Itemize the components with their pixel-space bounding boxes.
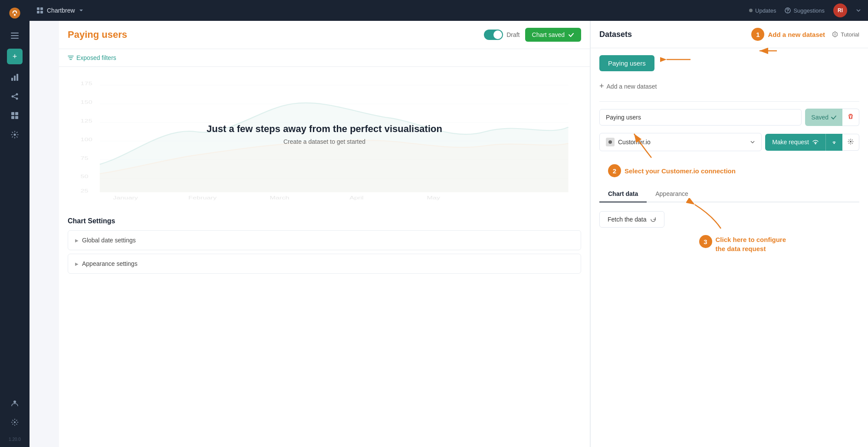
- wifi-split-icon: [831, 139, 837, 145]
- app-logo[interactable]: [7, 5, 23, 21]
- sidebar: +: [0, 0, 30, 447]
- team-settings-icon[interactable]: [7, 414, 23, 430]
- chart-area: 175 150 125 100 75 50 25: [59, 67, 590, 210]
- datasets-header: Datasets 1 Add a new dataset: [591, 21, 868, 48]
- header-actions: Draft Chart saved: [484, 28, 581, 42]
- appearance-settings-section: ▶ Appearance settings: [68, 254, 581, 274]
- svg-rect-22: [37, 11, 39, 13]
- version-label: 1.20.0: [9, 437, 21, 442]
- dashboard-icon[interactable]: [7, 108, 23, 123]
- charts-icon[interactable]: [7, 70, 23, 85]
- svg-line-11: [13, 95, 16, 96]
- annotation-2-wrapper: 2 Select your Customer.io connection: [599, 164, 859, 177]
- refresh-icon: [650, 216, 656, 222]
- svg-rect-15: [11, 116, 14, 119]
- svg-text:May: May: [427, 195, 441, 200]
- appearance-settings-header[interactable]: ▶ Appearance settings: [68, 254, 581, 273]
- svg-point-0: [9, 7, 20, 18]
- chart-settings: Chart Settings ▶ Global date settings ▶ …: [59, 210, 590, 284]
- tab-chart-data[interactable]: Chart data: [599, 186, 647, 202]
- menu-button[interactable]: [7, 28, 23, 43]
- arrow-paying-users-svg: [660, 53, 695, 70]
- svg-point-47: [608, 140, 612, 144]
- svg-text:175: 175: [81, 80, 92, 86]
- svg-rect-6: [14, 76, 16, 81]
- svg-rect-23: [40, 11, 43, 13]
- svg-rect-20: [37, 7, 39, 10]
- global-date-settings-header[interactable]: ▶ Global date settings: [68, 231, 581, 250]
- divider: [599, 101, 859, 102]
- project-name: Chartbrew: [47, 7, 75, 14]
- svg-text:125: 125: [81, 118, 92, 123]
- annotation-circle-3: 3: [699, 235, 712, 248]
- fetch-data-button[interactable]: Fetch the data: [599, 211, 664, 228]
- user-avatar[interactable]: RI: [833, 3, 847, 17]
- right-panel: Datasets 1 Add a new dataset: [590, 21, 868, 447]
- global-date-settings-section: ▶ Global date settings: [68, 230, 581, 250]
- svg-text:February: February: [188, 195, 217, 200]
- svg-rect-5: [11, 78, 13, 81]
- update-indicator: [749, 9, 753, 12]
- datasets-title: Datasets: [599, 30, 632, 39]
- add-dataset-link[interactable]: + Add a new dataset: [599, 78, 859, 94]
- annotation-circle-2: 2: [608, 164, 621, 177]
- request-settings-button[interactable]: [842, 134, 859, 151]
- paying-users-section: Paying users: [599, 55, 859, 76]
- svg-point-48: [850, 141, 852, 142]
- annotation-2-label: Select your Customer.io connection: [625, 167, 736, 175]
- dataset-name-input[interactable]: [599, 109, 802, 126]
- svg-rect-14: [15, 112, 18, 115]
- chevron-right-icon: ▶: [75, 262, 79, 266]
- svg-point-18: [13, 401, 16, 403]
- svg-rect-16: [15, 116, 18, 119]
- tutorial-link[interactable]: Tutorial: [832, 31, 859, 38]
- annotation-1: 1 Add a new dataset: [751, 28, 825, 41]
- chart-saved-button[interactable]: Chart saved: [525, 28, 581, 42]
- svg-point-8: [12, 96, 14, 98]
- connection-annotation-wrapper: Customer.io Make request: [599, 133, 859, 177]
- profile-icon[interactable]: [7, 395, 23, 411]
- datasets-body: Paying users + Add a new dataset: [591, 48, 868, 260]
- svg-rect-2: [11, 33, 19, 33]
- svg-text:50: 50: [81, 174, 89, 179]
- chart-title: Paying users: [68, 29, 127, 40]
- connection-select[interactable]: Customer.io: [599, 133, 762, 151]
- topnav-right: Updates Suggestions RI: [749, 3, 861, 17]
- svg-point-25: [788, 12, 789, 13]
- project-selector[interactable]: Chartbrew: [36, 7, 84, 14]
- make-request-wifi-button[interactable]: [825, 134, 842, 151]
- chevron-down-icon: [856, 8, 861, 13]
- settings-icon[interactable]: [7, 127, 23, 142]
- main-content: Paying users Draft Chart saved: [59, 21, 868, 447]
- dataset-name-row: Saved: [599, 109, 859, 126]
- add-chart-button[interactable]: +: [7, 49, 23, 64]
- svg-line-12: [13, 97, 16, 98]
- make-request-button[interactable]: Make request: [765, 134, 825, 151]
- connections-icon[interactable]: [7, 89, 23, 104]
- updates-link[interactable]: Updates: [749, 7, 776, 14]
- draft-switch[interactable]: [484, 30, 503, 40]
- draft-label: Draft: [506, 31, 519, 38]
- add-dataset-annotation[interactable]: Add a new dataset: [768, 31, 825, 38]
- paying-users-button[interactable]: Paying users: [599, 55, 654, 71]
- exposed-filters[interactable]: Exposed filters: [68, 54, 581, 61]
- gear-icon: [848, 139, 854, 145]
- suggestions-link[interactable]: Suggestions: [785, 7, 825, 14]
- arrow-2-svg: [625, 125, 677, 160]
- svg-point-17: [14, 134, 16, 136]
- svg-text:March: March: [270, 195, 289, 200]
- annotation-2: 2 Select your Customer.io connection: [608, 164, 736, 177]
- draft-toggle: Draft: [484, 30, 519, 40]
- request-buttons: Make request: [765, 134, 859, 151]
- wifi-icon: [812, 139, 819, 145]
- svg-text:75: 75: [81, 155, 89, 161]
- save-delete-btns: Saved: [805, 109, 859, 126]
- svg-point-19: [14, 421, 16, 423]
- fetch-annotation-wrapper: Fetch the data: [599, 211, 859, 253]
- saved-button[interactable]: Saved: [805, 109, 842, 126]
- filters-bar: Exposed filters: [59, 49, 590, 67]
- svg-rect-4: [11, 38, 19, 39]
- chart-overlay: Just a few steps away from the perfect v…: [207, 123, 442, 145]
- svg-rect-13: [11, 112, 14, 115]
- delete-button[interactable]: [842, 109, 859, 126]
